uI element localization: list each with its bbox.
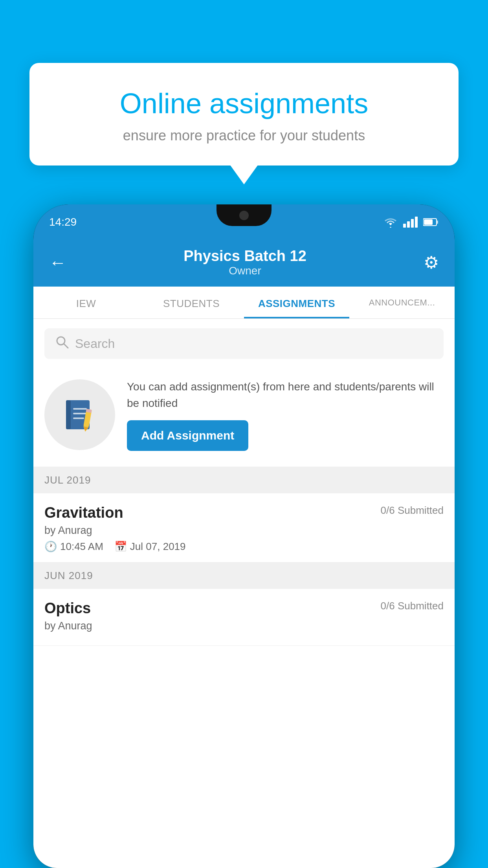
promo-text-block: You can add assignment(s) from here and …	[127, 379, 444, 451]
assignment-by-gravitation: by Anurag	[44, 524, 444, 537]
search-icon	[55, 335, 69, 352]
battery-icon	[423, 218, 439, 226]
wifi-icon	[383, 217, 398, 228]
search-input-placeholder: Search	[75, 337, 115, 351]
svg-rect-7	[73, 408, 87, 410]
svg-rect-8	[73, 413, 87, 414]
add-assignment-button[interactable]: Add Assignment	[127, 420, 248, 451]
phone-frame: 14:29	[33, 204, 455, 868]
assignment-time-gravitation: 🕐 10:45 AM	[44, 541, 103, 553]
header-subtitle: Owner	[183, 265, 306, 277]
section-header-jun: JUN 2019	[33, 563, 455, 589]
assignment-submitted-optics: 0/6 Submitted	[381, 600, 444, 612]
assignment-item-gravitation[interactable]: Gravitation 0/6 Submitted by Anurag 🕐 10…	[33, 493, 455, 563]
settings-icon[interactable]: ⚙	[424, 252, 439, 272]
info-card: Online assignments ensure more practice …	[29, 63, 459, 166]
assignment-submitted-gravitation: 0/6 Submitted	[381, 504, 444, 517]
promo-section: You can add assignment(s) from here and …	[33, 367, 455, 467]
assignment-by-optics: by Anurag	[44, 620, 444, 632]
assignment-row-top-optics: Optics 0/6 Submitted	[44, 600, 444, 617]
assignment-item-optics[interactable]: Optics 0/6 Submitted by Anurag	[33, 589, 455, 646]
clock-icon: 🕐	[44, 541, 57, 553]
tab-iew[interactable]: IEW	[33, 287, 139, 318]
info-card-subtitle: ensure more practice for your students	[57, 127, 431, 144]
svg-line-4	[64, 344, 68, 348]
svg-rect-1	[437, 221, 438, 224]
back-button[interactable]: ←	[49, 253, 66, 272]
notebook-icon	[62, 397, 97, 432]
assignment-meta-gravitation: 🕐 10:45 AM 📅 Jul 07, 2019	[44, 541, 444, 553]
app-header: ← Physics Batch 12 Owner ⚙	[33, 240, 455, 287]
status-bar: 14:29	[33, 204, 455, 240]
header-title: Physics Batch 12	[183, 248, 306, 265]
notch	[216, 204, 272, 226]
info-card-title: Online assignments	[57, 86, 431, 120]
tab-assignments[interactable]: ASSIGNMENTS	[244, 287, 349, 318]
assignment-row-top: Gravitation 0/6 Submitted	[44, 504, 444, 521]
notch-camera	[239, 211, 249, 220]
assignment-title-gravitation: Gravitation	[44, 504, 123, 521]
assignment-title-optics: Optics	[44, 600, 91, 617]
signal-icon	[403, 217, 418, 228]
promo-icon-circle	[44, 379, 115, 450]
svg-rect-6	[66, 400, 71, 429]
header-title-block: Physics Batch 12 Owner	[183, 248, 306, 277]
svg-rect-9	[73, 417, 84, 419]
section-header-jul: JUL 2019	[33, 467, 455, 493]
tab-students[interactable]: STUDENTS	[139, 287, 244, 318]
search-bar-wrap: Search	[33, 319, 455, 367]
screen-content: Search	[33, 319, 455, 868]
svg-rect-2	[424, 219, 433, 225]
search-bar[interactable]: Search	[44, 328, 444, 359]
status-icons	[383, 217, 439, 228]
status-time: 14:29	[49, 216, 77, 228]
tab-announcements[interactable]: ANNOUNCEM...	[349, 287, 455, 318]
assignment-date-gravitation: 📅 Jul 07, 2019	[114, 541, 186, 553]
calendar-icon: 📅	[114, 541, 127, 553]
tabs-bar: IEW STUDENTS ASSIGNMENTS ANNOUNCEM...	[33, 287, 455, 319]
promo-description: You can add assignment(s) from here and …	[127, 379, 444, 412]
